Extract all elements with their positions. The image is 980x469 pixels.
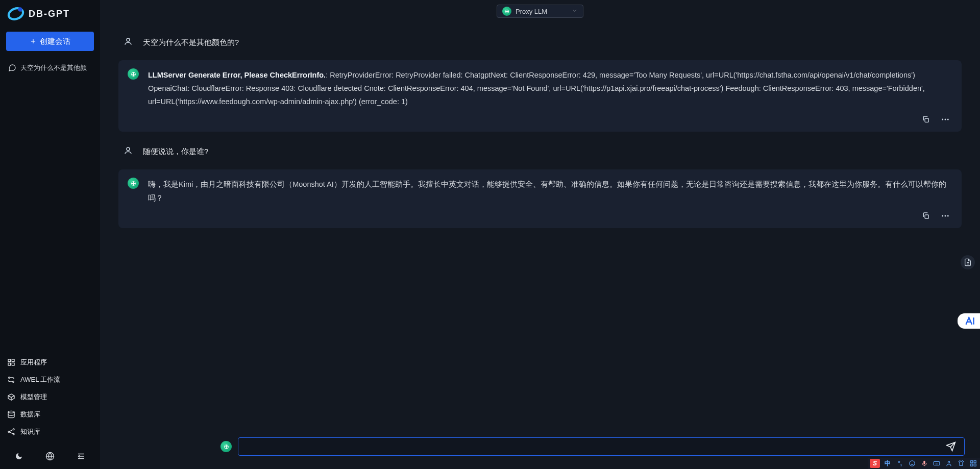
copy-button[interactable] <box>921 114 931 125</box>
svg-point-8 <box>8 411 14 413</box>
new-chat-label: 创建会话 <box>40 37 70 46</box>
svg-rect-32 <box>974 461 976 463</box>
chevron-down-icon <box>572 8 578 15</box>
assistant-message-block: 嗨，我是Kimi，由月之暗面科技有限公司（Moonshot AI）开发的人工智能… <box>118 169 962 228</box>
assistant-message-block: LLMServer Generate Error, Please CheckEr… <box>118 60 962 132</box>
assistant-avatar-icon <box>128 178 139 189</box>
nav-applications[interactable]: 应用程序 <box>0 354 100 371</box>
cube-icon <box>7 393 15 401</box>
nav-model-management[interactable]: 模型管理 <box>0 388 100 406</box>
svg-point-9 <box>8 431 10 433</box>
message-text: 随便说说，你是谁? <box>143 145 958 158</box>
user-avatar-icon <box>122 36 134 47</box>
chat-scroll[interactable]: 天空为什么不是其他颜色的? LLMServer Generate Error, … <box>100 22 980 469</box>
svg-rect-22 <box>925 215 928 218</box>
ime-toolbox-button[interactable] <box>969 459 978 468</box>
svg-point-1 <box>18 7 22 12</box>
svg-rect-34 <box>974 464 976 466</box>
more-button[interactable] <box>940 211 950 221</box>
message-actions <box>128 207 952 223</box>
chat-input-row <box>220 437 965 456</box>
sidebar: DB-GPT 创建会话 天空为什么不是其他颜 应用程序 AWEL 工作流 <box>0 0 100 469</box>
error-prefix: LLMServer Generate Error, Please CheckEr… <box>148 71 326 79</box>
new-chat-button[interactable]: 创建会话 <box>6 32 94 51</box>
svg-point-24 <box>945 215 946 216</box>
nav-label: 模型管理 <box>20 392 47 402</box>
copy-button[interactable] <box>921 211 931 221</box>
svg-rect-33 <box>971 464 973 466</box>
chat-input-box[interactable] <box>238 437 965 456</box>
ime-skin-button[interactable] <box>957 459 966 468</box>
message-actions <box>128 110 952 127</box>
sidebar-nav: 应用程序 AWEL 工作流 模型管理 数据库 知识库 <box>0 351 100 443</box>
model-select[interactable]: Proxy LLM <box>497 5 583 18</box>
theme-toggle-button[interactable] <box>11 449 27 464</box>
ime-keyboard-button[interactable] <box>932 459 941 468</box>
user-message: 天空为什么不是其他颜色的? <box>118 28 962 57</box>
svg-rect-16 <box>925 118 928 122</box>
grid-icon <box>7 358 15 366</box>
svg-point-10 <box>13 429 14 430</box>
send-icon <box>946 441 956 452</box>
svg-point-20 <box>127 147 130 151</box>
ime-lang-label[interactable]: 中 <box>883 459 892 468</box>
model-selected-label: Proxy LLM <box>516 8 547 15</box>
plus-icon <box>30 38 37 45</box>
nav-label: 数据库 <box>20 410 40 419</box>
conversation-item[interactable]: 天空为什么不是其他颜 <box>5 59 95 77</box>
svg-point-6 <box>9 377 10 379</box>
svg-rect-29 <box>934 462 940 465</box>
send-button[interactable] <box>944 439 958 454</box>
brand-mark-icon <box>7 5 24 22</box>
top-bar: Proxy LLM <box>100 0 980 22</box>
svg-point-18 <box>945 119 946 120</box>
conversation-list: 天空为什么不是其他颜 <box>0 56 100 80</box>
message-text: 嗨，我是Kimi，由月之暗面科技有限公司（Moonshot AI）开发的人工智能… <box>148 178 952 204</box>
svg-rect-3 <box>12 359 14 362</box>
assistant-message: 嗨，我是Kimi，由月之暗面科技有限公司（Moonshot AI）开发的人工智能… <box>128 178 952 206</box>
message-text: LLMServer Generate Error, Please CheckEr… <box>148 68 952 108</box>
ellipsis-icon <box>941 211 950 220</box>
assistant-message: LLMServer Generate Error, Please CheckEr… <box>128 68 952 110</box>
ai-badge-icon <box>965 316 975 326</box>
ai-float-button[interactable] <box>958 313 980 329</box>
ime-brand-icon[interactable]: S <box>870 459 880 468</box>
svg-point-19 <box>947 119 949 120</box>
collapse-icon <box>77 452 86 461</box>
share-icon <box>7 428 15 436</box>
nav-awel-flow[interactable]: AWEL 工作流 <box>0 371 100 388</box>
chat-input[interactable] <box>244 442 944 451</box>
ime-punct-button[interactable]: °, <box>895 459 904 468</box>
ime-person-button[interactable] <box>944 459 953 468</box>
message-text: 天空为什么不是其他颜色的? <box>143 36 958 49</box>
svg-point-30 <box>948 461 950 463</box>
user-avatar-icon <box>122 145 134 156</box>
svg-point-25 <box>947 215 949 216</box>
globe-icon <box>45 452 55 461</box>
svg-rect-2 <box>8 359 11 362</box>
nav-label: AWEL 工作流 <box>20 375 61 384</box>
database-icon <box>7 410 15 418</box>
chat-bubble-icon <box>8 64 16 72</box>
document-float-button[interactable] <box>961 255 975 269</box>
svg-point-11 <box>13 433 14 435</box>
collapse-sidebar-button[interactable] <box>74 449 89 464</box>
ime-emoji-button[interactable] <box>908 459 917 468</box>
svg-rect-28 <box>923 461 925 464</box>
svg-point-23 <box>942 215 943 216</box>
nav-database[interactable]: 数据库 <box>0 406 100 423</box>
assistant-avatar-icon <box>128 68 139 80</box>
copy-icon <box>922 115 930 124</box>
svg-rect-5 <box>12 363 14 365</box>
model-avatar-icon <box>502 7 511 16</box>
ime-mic-button[interactable] <box>920 459 929 468</box>
nav-label: 应用程序 <box>20 358 47 367</box>
svg-rect-31 <box>971 461 973 463</box>
nav-knowledge-base[interactable]: 知识库 <box>0 423 100 440</box>
document-icon <box>964 258 972 266</box>
language-button[interactable] <box>42 449 58 464</box>
brand-logo[interactable]: DB-GPT <box>0 0 100 27</box>
more-button[interactable] <box>940 114 950 125</box>
flow-icon <box>7 376 15 384</box>
user-message: 随便说说，你是谁? <box>118 137 962 166</box>
